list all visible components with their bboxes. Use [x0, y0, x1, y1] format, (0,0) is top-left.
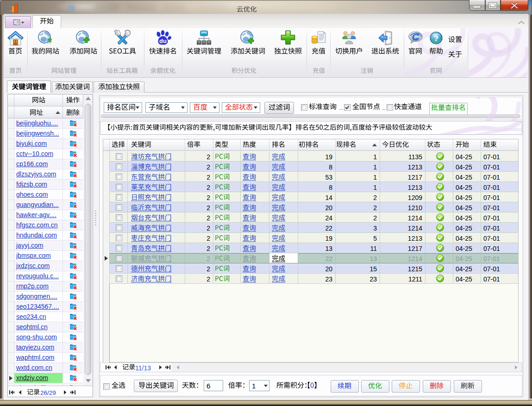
svg-text:du: du [159, 37, 167, 44]
svg-text:?: ? [434, 34, 438, 43]
